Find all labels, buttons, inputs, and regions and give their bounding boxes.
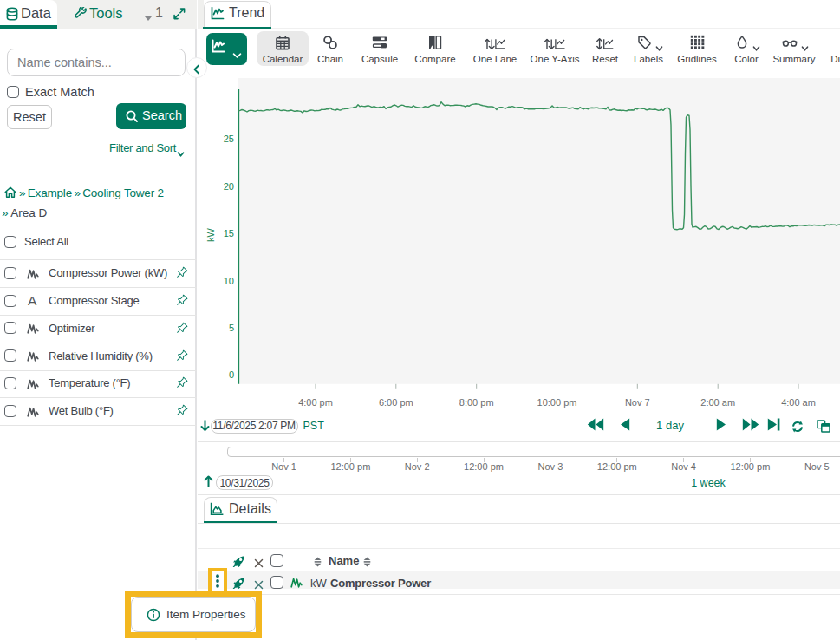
svg-text:8:00 pm: 8:00 pm	[459, 397, 494, 408]
svg-text:5: 5	[229, 323, 234, 333]
svg-text:Nov 7: Nov 7	[625, 397, 650, 408]
svg-text:4:00 am: 4:00 am	[781, 397, 816, 408]
svg-text:25: 25	[224, 134, 234, 144]
svg-text:6:00 pm: 6:00 pm	[379, 397, 413, 408]
svg-text:10:00 pm: 10:00 pm	[537, 397, 577, 408]
svg-text:0: 0	[229, 369, 234, 380]
svg-text:2:00 am: 2:00 am	[700, 397, 735, 408]
svg-text:kW: kW	[205, 227, 216, 242]
svg-text:10: 10	[224, 276, 234, 286]
svg-text:15: 15	[224, 228, 234, 238]
svg-text:20: 20	[224, 181, 234, 192]
svg-text:4:00 pm: 4:00 pm	[298, 397, 333, 408]
